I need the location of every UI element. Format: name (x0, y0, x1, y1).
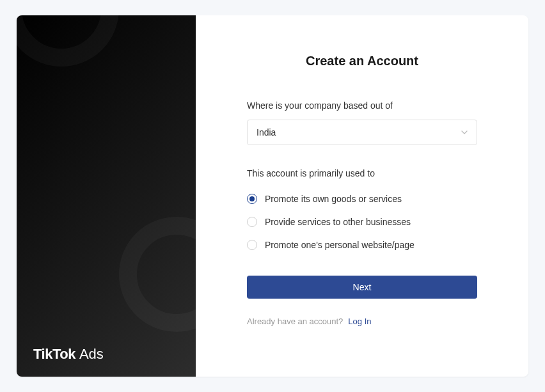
chevron-down-icon (461, 129, 468, 136)
decorative-circle-bottom (119, 217, 196, 332)
account-usage-label: This account is primarily used to (247, 168, 477, 178)
login-prompt: Already have an account? (247, 317, 343, 326)
radio-button (247, 194, 257, 204)
company-location-label: Where is your company based out of (247, 100, 477, 111)
login-row: Already have an account? Log In (247, 317, 477, 326)
radio-option-provide-services[interactable]: Provide services to other businesses (247, 210, 477, 233)
radio-option-promote-personal[interactable]: Promote one's personal website/page (247, 233, 477, 256)
radio-label: Provide services to other businesses (265, 217, 411, 227)
logo-primary: TikTok (33, 346, 75, 363)
radio-button (247, 240, 257, 250)
radio-button (247, 217, 257, 227)
company-location-select-wrapper: India (247, 120, 477, 145)
account-usage-radio-group: Promote its own goods or services Provid… (247, 187, 477, 256)
logo: TikTok Ads (33, 346, 104, 363)
radio-label: Promote one's personal website/page (265, 240, 415, 250)
logo-secondary: Ads (79, 346, 104, 363)
radio-option-promote-own[interactable]: Promote its own goods or services (247, 187, 477, 210)
form-panel: Create an Account Where is your company … (196, 15, 528, 377)
page-title: Create an Account (247, 54, 477, 68)
brand-panel: TikTok Ads (17, 15, 196, 377)
company-location-value: India (257, 127, 276, 137)
signup-card: TikTok Ads Create an Account Where is yo… (17, 15, 528, 377)
next-button[interactable]: Next (247, 276, 477, 299)
company-location-select[interactable]: India (247, 120, 477, 145)
radio-label: Promote its own goods or services (265, 194, 402, 204)
decorative-circle-top (17, 15, 119, 67)
login-link[interactable]: Log In (348, 317, 371, 326)
